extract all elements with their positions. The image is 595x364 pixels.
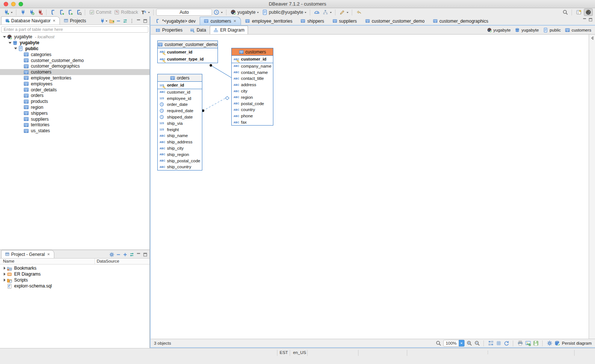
breadcrumb-item-public[interactable]: public <box>543 27 561 33</box>
collapse-all-button[interactable] <box>116 18 121 24</box>
er-diagram-canvas[interactable]: customer_customer_demoABCcustomer_idABCc… <box>151 35 589 339</box>
view-tab-projects[interactable]: Projects <box>60 16 90 25</box>
column-header-name[interactable]: Name <box>3 259 15 263</box>
entity-column-ship_region[interactable]: ABCship_region <box>158 151 202 157</box>
tree-item-orders[interactable]: orders <box>0 92 149 98</box>
entity-column-customer_id[interactable]: ABCcustomer_id <box>232 56 273 63</box>
entity-header[interactable]: customer_customer_demo <box>158 41 218 48</box>
expand-arrow-icon[interactable] <box>2 36 7 38</box>
tree-item-products[interactable]: products <box>0 98 149 104</box>
open-perspective-button[interactable] <box>575 9 583 16</box>
entity-column-phone[interactable]: ABCphone <box>232 113 273 119</box>
save-as-image-button[interactable] <box>525 340 531 346</box>
project-item-scripts[interactable]: Scripts <box>0 277 149 283</box>
zoom-out-button[interactable] <box>474 340 480 346</box>
entity-column-customer_id[interactable]: ABCcustomer_id <box>158 48 218 56</box>
persist-diagram-button[interactable]: Persist diagram <box>554 340 592 346</box>
new-folder-button[interactable] <box>109 18 115 24</box>
close-icon[interactable] <box>46 252 51 256</box>
print-diagram-button[interactable] <box>517 340 523 346</box>
editor-tab-shippers[interactable]: shippers <box>296 17 328 25</box>
statusbar-grip[interactable]: ⋮ <box>486 350 490 354</box>
project-item-er-diagrams[interactable]: ER Diagrams <box>0 271 149 277</box>
entity-column-address[interactable]: ABCaddress <box>232 82 273 88</box>
recent-sql-editor-button[interactable] <box>75 9 83 16</box>
close-icon[interactable] <box>233 19 237 23</box>
refresh-diagram-button[interactable] <box>504 340 509 346</box>
entity-column-ship_name[interactable]: ABCship_name <box>158 133 202 139</box>
editor-tab-customer-demographics[interactable]: customer_demographics <box>429 17 492 25</box>
tree-item-shippers[interactable]: shippers <box>0 110 149 116</box>
settings-button[interactable] <box>109 252 115 257</box>
active-connection-button[interactable]: yugabyte <box>229 9 260 16</box>
tree-item-suppliers[interactable]: suppliers <box>0 116 149 122</box>
entity-column-employee_id[interactable]: 123employee_id <box>158 95 202 101</box>
entity-header[interactable]: orders <box>158 74 202 82</box>
dbeaver-perspective-button[interactable] <box>584 9 593 16</box>
entity-column-order_id[interactable]: 123order_id <box>158 82 202 89</box>
expand-arrow-icon[interactable] <box>13 48 18 49</box>
diagram-settings-button[interactable] <box>547 340 553 346</box>
subtab-data[interactable]: Data <box>186 26 210 34</box>
editor-tab-suppliers[interactable]: suppliers <box>328 17 361 25</box>
entity-header[interactable]: customers <box>232 48 273 56</box>
expand-arrow-icon[interactable] <box>2 267 7 270</box>
entity-column-country[interactable]: ABCcountry <box>232 107 273 113</box>
entity-column-customer_type_id[interactable]: ABCcustomer_type_id <box>158 56 218 63</box>
view-tab-project-general[interactable]: Project - General <box>1 250 54 258</box>
breadcrumb-item-yugabyte[interactable]: yugabyte <box>487 27 511 33</box>
connect-button[interactable] <box>19 9 27 16</box>
sql-editor-button[interactable] <box>49 9 57 16</box>
zoom-window-button[interactable] <box>19 2 23 6</box>
entity-customer_customer_demo[interactable]: customer_customer_demoABCcustomer_idABCc… <box>157 40 218 63</box>
view-menu-button[interactable] <box>129 18 135 24</box>
entity-column-company_name[interactable]: ABCcompany_name <box>232 63 273 69</box>
tree-item-region[interactable]: region <box>0 104 149 110</box>
project-item-explorr-schema-sql[interactable]: explorr-schema.sql <box>0 283 149 289</box>
table-filter-input[interactable] <box>1 26 148 33</box>
tree-item-customers[interactable]: customers <box>0 69 149 75</box>
entity-column-region[interactable]: ABCregion <box>232 94 273 100</box>
entity-orders[interactable]: orders123order_idABCcustomer_id123employ… <box>157 74 202 170</box>
expand-arrow-icon[interactable] <box>8 42 12 44</box>
diagram-search-button[interactable] <box>435 340 441 346</box>
maximize-view-button[interactable] <box>142 252 148 257</box>
tree-item-employees[interactable]: employees <box>0 81 149 87</box>
breadcrumb-item-yugabyte[interactable]: yugabyte <box>515 27 539 33</box>
minimize-view-button[interactable] <box>136 252 141 257</box>
zoom-level-combo[interactable]: 100% <box>443 340 464 347</box>
tree-item-territories[interactable]: territories <box>0 122 149 128</box>
disconnect-button[interactable] <box>36 9 44 16</box>
entity-column-freight[interactable]: 123freight <box>158 126 202 133</box>
collapse-button[interactable] <box>116 252 121 257</box>
entity-column-ship_postal_code[interactable]: ABCship_postal_code <box>158 157 202 164</box>
connect-db-button[interactable] <box>100 18 108 24</box>
column-header-datasource[interactable]: DataSource <box>97 259 119 263</box>
entity-column-ship_via[interactable]: 123ship_via <box>158 120 202 126</box>
tree-item-employee_territories[interactable]: employee_territories <box>0 75 149 81</box>
rollback-button[interactable]: Rollback <box>113 9 139 16</box>
task-management-button[interactable] <box>321 9 333 16</box>
transaction-log-button[interactable] <box>212 9 224 16</box>
back-history-button[interactable] <box>355 9 363 16</box>
entity-column-customer_id[interactable]: ABCcustomer_id <box>158 89 202 95</box>
subtab-properties[interactable]: Properties <box>152 26 186 34</box>
tree-item-yugabyte[interactable]: yugabyte- localhost <box>0 34 149 40</box>
editor-tab-customer-customer-demo[interactable]: customer_customer_demo <box>361 17 429 25</box>
view-tab-database-navigator[interactable]: Database Navigator <box>1 16 60 25</box>
dashboard-button[interactable] <box>313 9 321 16</box>
save-diagram-button[interactable] <box>533 340 539 346</box>
minimize-editor-button[interactable] <box>582 17 587 23</box>
entity-column-ship_address[interactable]: ABCship_address <box>158 139 202 145</box>
entity-column-contact_name[interactable]: ABCcontact_name <box>232 69 273 75</box>
tree-item-public[interactable]: public <box>0 46 149 52</box>
palette-expand-icon[interactable] <box>590 36 594 40</box>
auto-commit-combo[interactable]: Auto <box>156 9 212 16</box>
commit-button[interactable]: Commit <box>88 9 112 16</box>
expand-arrow-icon[interactable] <box>2 273 7 276</box>
tree-item-categories[interactable]: categories <box>0 52 149 58</box>
close-icon[interactable] <box>52 19 56 23</box>
entity-column-postal_code[interactable]: ABCpostal_code <box>232 100 273 107</box>
project-item-bookmarks[interactable]: Bookmarks <box>0 265 149 271</box>
editor-tab-employee-territories[interactable]: employee_territories <box>241 17 296 25</box>
